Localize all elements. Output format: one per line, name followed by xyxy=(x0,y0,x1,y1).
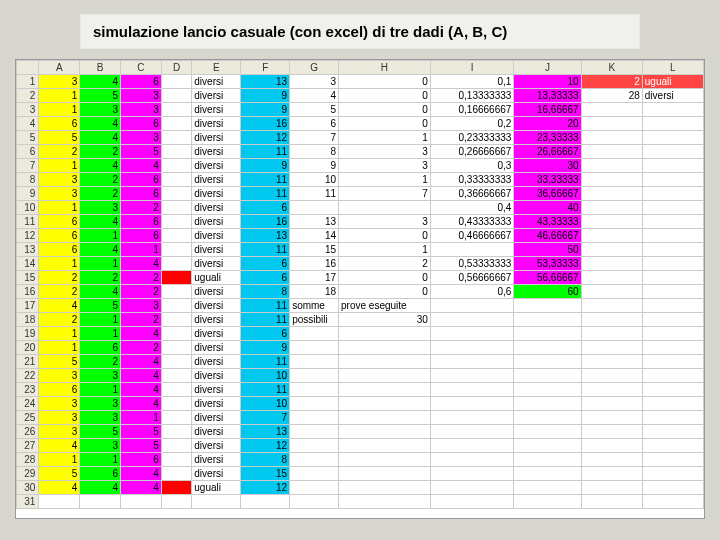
cell-B[interactable]: 6 xyxy=(80,341,121,355)
cell-C[interactable]: 3 xyxy=(120,89,161,103)
cell-H[interactable] xyxy=(339,425,431,439)
cell-D[interactable] xyxy=(161,341,192,355)
cell-B[interactable]: 3 xyxy=(80,201,121,215)
cell-C[interactable]: 4 xyxy=(120,159,161,173)
cell-A[interactable]: 2 xyxy=(39,145,80,159)
cell-K[interactable] xyxy=(581,187,642,201)
cell-L[interactable] xyxy=(642,243,703,257)
cell-D[interactable] xyxy=(161,285,192,299)
cell-J[interactable]: 23,33333 xyxy=(514,131,581,145)
cell-F[interactable]: 11 xyxy=(241,187,290,201)
cell-F[interactable]: 11 xyxy=(241,173,290,187)
col-header-B[interactable]: B xyxy=(80,61,121,75)
table-row[interactable]: 24334diversi10 xyxy=(17,397,704,411)
cell-G[interactable] xyxy=(290,425,339,439)
cell-F[interactable]: 12 xyxy=(241,439,290,453)
cell-H[interactable] xyxy=(339,397,431,411)
cell-J[interactable]: 30 xyxy=(514,159,581,173)
cell-G[interactable]: possibili xyxy=(290,313,339,327)
row-header[interactable]: 18 xyxy=(17,313,39,327)
cell-J[interactable]: 60 xyxy=(514,285,581,299)
table-row[interactable]: 14114diversi61620,5333333353,33333 xyxy=(17,257,704,271)
cell-L[interactable] xyxy=(642,159,703,173)
cell-I[interactable] xyxy=(430,355,514,369)
cell-F[interactable]: 11 xyxy=(241,145,290,159)
cell-K[interactable] xyxy=(581,439,642,453)
cell-E[interactable]: diversi xyxy=(192,201,241,215)
row-header[interactable]: 25 xyxy=(17,411,39,425)
cell-C[interactable]: 4 xyxy=(120,355,161,369)
cell-B[interactable]: 1 xyxy=(80,257,121,271)
cell-G[interactable]: 13 xyxy=(290,215,339,229)
cell-J[interactable] xyxy=(514,467,581,481)
table-row[interactable]: 3133diversi9500,1666666716,66667 xyxy=(17,103,704,117)
cell-K[interactable] xyxy=(581,327,642,341)
cell-D[interactable] xyxy=(161,411,192,425)
cell-L[interactable] xyxy=(642,271,703,285)
cell-L[interactable] xyxy=(642,355,703,369)
cell-F[interactable]: 6 xyxy=(241,201,290,215)
col-header-K[interactable]: K xyxy=(581,61,642,75)
cell-F[interactable]: 12 xyxy=(241,131,290,145)
cell-D[interactable] xyxy=(161,425,192,439)
cell-E[interactable]: diversi xyxy=(192,243,241,257)
cell-D[interactable] xyxy=(161,397,192,411)
row-header[interactable]: 14 xyxy=(17,257,39,271)
cell-H[interactable] xyxy=(339,383,431,397)
cell-I[interactable]: 0,3 xyxy=(430,159,514,173)
cell-D[interactable] xyxy=(161,439,192,453)
cell-A[interactable]: 2 xyxy=(39,271,80,285)
cell-H[interactable]: 0 xyxy=(339,271,431,285)
cell-D[interactable] xyxy=(161,313,192,327)
cell-F[interactable]: 15 xyxy=(241,467,290,481)
cell-B[interactable]: 2 xyxy=(80,355,121,369)
cell-I[interactable]: 0,36666667 xyxy=(430,187,514,201)
cell-E[interactable]: diversi xyxy=(192,159,241,173)
row-header[interactable]: 1 xyxy=(17,75,39,89)
table-row[interactable]: 25331diversi7 xyxy=(17,411,704,425)
cell-C[interactable]: 4 xyxy=(120,257,161,271)
cell-G[interactable] xyxy=(290,467,339,481)
cell-D[interactable] xyxy=(161,467,192,481)
cell-K[interactable] xyxy=(581,355,642,369)
table-row[interactable]: 19114diversi6 xyxy=(17,327,704,341)
cell-B[interactable]: 1 xyxy=(80,229,121,243)
cell-K[interactable] xyxy=(581,285,642,299)
cell-C[interactable]: 4 xyxy=(120,369,161,383)
cell-I[interactable]: 0,33333333 xyxy=(430,173,514,187)
cell-J[interactable]: 10 xyxy=(514,75,581,89)
row-header[interactable]: 26 xyxy=(17,425,39,439)
row-header[interactable]: 8 xyxy=(17,173,39,187)
cell-B[interactable]: 4 xyxy=(80,243,121,257)
cell-C[interactable]: 6 xyxy=(120,75,161,89)
cell-A[interactable]: 1 xyxy=(39,201,80,215)
cell-B[interactable]: 2 xyxy=(80,145,121,159)
cell-G[interactable] xyxy=(290,355,339,369)
row-header[interactable]: 31 xyxy=(17,495,39,509)
cell-H[interactable]: 2 xyxy=(339,257,431,271)
row-header[interactable]: 7 xyxy=(17,159,39,173)
row-header[interactable]: 27 xyxy=(17,439,39,453)
table-row[interactable]: 31 xyxy=(17,495,704,509)
cell-K[interactable] xyxy=(581,103,642,117)
cell-D[interactable] xyxy=(161,201,192,215)
cell-C[interactable]: 6 xyxy=(120,229,161,243)
cell-J[interactable]: 36,66667 xyxy=(514,187,581,201)
cell-D[interactable] xyxy=(161,257,192,271)
cell-K[interactable] xyxy=(581,145,642,159)
cell-H[interactable]: 3 xyxy=(339,145,431,159)
cell-H[interactable] xyxy=(339,439,431,453)
cell-E[interactable]: uguali xyxy=(192,481,241,495)
row-header[interactable]: 17 xyxy=(17,299,39,313)
cell-E[interactable]: diversi xyxy=(192,467,241,481)
cell-B[interactable]: 1 xyxy=(80,383,121,397)
cell-J[interactable] xyxy=(514,341,581,355)
cell-I[interactable]: 0,53333333 xyxy=(430,257,514,271)
cell-J[interactable] xyxy=(514,369,581,383)
cell-L[interactable] xyxy=(642,327,703,341)
cell-A[interactable]: 3 xyxy=(39,369,80,383)
cell-E[interactable]: diversi xyxy=(192,299,241,313)
cell-I[interactable]: 0,23333333 xyxy=(430,131,514,145)
cell-I[interactable] xyxy=(430,299,514,313)
cell-I[interactable]: 0,16666667 xyxy=(430,103,514,117)
